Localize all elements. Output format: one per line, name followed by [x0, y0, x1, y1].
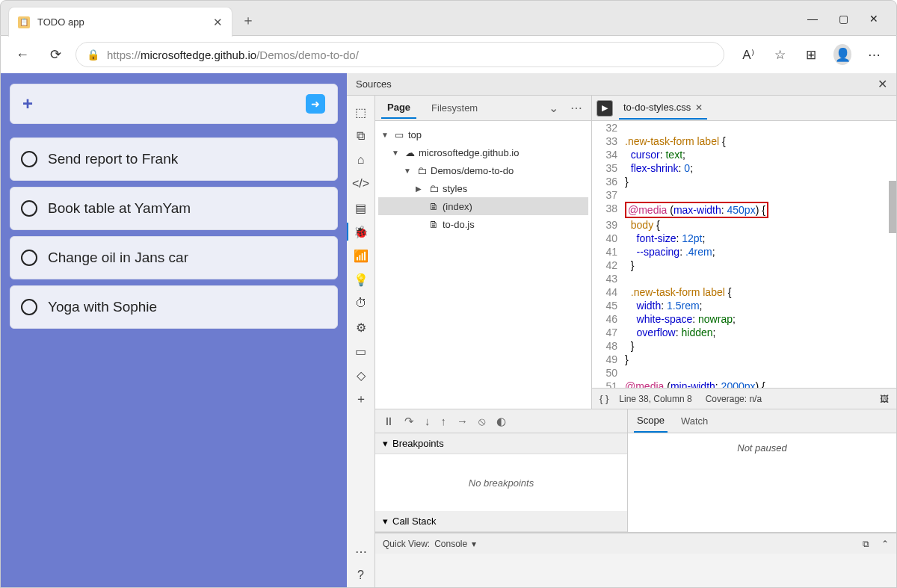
application-icon[interactable]: ⚙	[351, 315, 372, 339]
address-bar[interactable]: 🔒 https://microsoftedge.github.io/Demos/…	[75, 42, 724, 67]
pause-exceptions-icon[interactable]: ◐	[496, 415, 506, 428]
submit-task-button[interactable]: ➜	[306, 94, 325, 114]
step-over-icon[interactable]: ↷	[404, 415, 414, 428]
page-tab[interactable]: Page	[381, 97, 416, 119]
devtools-header: Sources ✕	[347, 73, 896, 96]
devtools-panel: Sources ✕ ⬚ ⧉ ⌂ </> ▤ 🐞 📶 💡 ⏱ ⚙ ▭ ◇ ＋ ⋯ …	[347, 73, 896, 587]
todo-app-pane: + ➜ Send report to FrankBook table at Ya…	[1, 73, 347, 587]
task-item[interactable]: Change oil in Jans car	[10, 236, 338, 279]
window-controls: — ▢ ✕	[807, 1, 890, 37]
task-checkbox[interactable]	[21, 200, 37, 217]
devtools-sidebar: ⬚ ⧉ ⌂ </> ▤ 🐞 📶 💡 ⏱ ⚙ ▭ ◇ ＋ ⋯ ?	[347, 96, 375, 587]
task-checkbox[interactable]	[21, 250, 37, 266]
new-tab-button[interactable]: ＋	[241, 11, 255, 29]
tab-title: TODO app	[37, 16, 213, 28]
file-icon: 🗎	[428, 201, 440, 212]
chevron-down-icon: ▾	[472, 539, 476, 549]
add-task-row[interactable]: + ➜	[10, 84, 338, 124]
chevron-up-icon[interactable]: ⌃	[881, 539, 889, 549]
scope-tab[interactable]: Scope	[634, 409, 668, 433]
step-icon[interactable]: →	[457, 415, 468, 427]
folder-icon: 🗀	[416, 165, 428, 176]
maximize-button[interactable]: ▢	[839, 13, 848, 25]
url-text: https://microsoftedge.github.io/Demos/de…	[107, 49, 359, 61]
task-label: Change oil in Jans car	[48, 250, 188, 266]
caret-down-icon: ▾	[383, 438, 388, 449]
sources-navigator: Page Filesystem ⌄ ⋯ ▼▭top ▼☁microsoftedg…	[375, 96, 592, 409]
code-area[interactable]: 3233.new-task-form label {34 cursor: tex…	[592, 121, 896, 388]
debugger-right-pane: Scope Watch Not paused	[628, 409, 896, 532]
devtools-tab-sources[interactable]: Sources	[347, 78, 401, 90]
refresh-button[interactable]: ⟳	[43, 42, 68, 67]
close-file-icon[interactable]: ✕	[695, 102, 703, 113]
browser-tab[interactable]: 📋 TODO app ✕	[8, 7, 232, 37]
pause-icon[interactable]: ⏸	[383, 415, 394, 427]
deactivate-breakpoints-icon[interactable]: ⦸	[478, 415, 486, 428]
task-label: Yoga with Sophie	[48, 299, 157, 315]
network-icon[interactable]: 📶	[351, 244, 372, 267]
watch-tab[interactable]: Watch	[678, 410, 711, 432]
editor-status-bar: { } Line 38, Column 8 Coverage: n/a 🖼	[592, 388, 896, 409]
menu-icon[interactable]: ⋯	[865, 47, 883, 63]
plus-icon: +	[22, 93, 33, 114]
editor-file-tab[interactable]: to-do-styles.css ✕	[619, 96, 707, 120]
task-label: Book table at YamYam	[48, 200, 191, 217]
favorite-icon[interactable]: ☆	[771, 47, 789, 63]
quick-view-bar[interactable]: Quick View: Console ▾ ⧉ ⌃	[375, 533, 896, 554]
file-icon: 🗎	[428, 219, 440, 230]
not-paused-message: Not paused	[628, 433, 896, 532]
task-item[interactable]: Book table at YamYam	[10, 187, 338, 230]
memory-icon[interactable]: 💡	[351, 267, 372, 291]
collections-icon[interactable]: ⊞	[802, 47, 820, 63]
debugger-left-pane: ⏸ ↷ ↓ ↑ → ⦸ ◐ ▾Breakpoints No breakpoint…	[375, 409, 628, 532]
file-tree[interactable]: ▼▭top ▼☁microsoftedge.github.io ▼🗀Demos/…	[375, 121, 591, 238]
task-item[interactable]: Send report to Frank	[10, 137, 338, 181]
devtools-close-icon[interactable]: ✕	[878, 77, 887, 91]
more-tools-icon[interactable]: ⋯	[351, 539, 372, 563]
cloud-icon: ☁	[404, 147, 416, 158]
debugger-toolbar: ⏸ ↷ ↓ ↑ → ⦸ ◐	[375, 409, 627, 433]
frame-icon: ▭	[393, 129, 405, 140]
scrollbar-thumb[interactable]	[889, 181, 896, 233]
window-titlebar: 📋 TODO app ✕ ＋ — ▢ ✕	[0, 0, 897, 36]
sources-icon[interactable]: 🐞	[351, 220, 372, 244]
coverage-status: Coverage: n/a	[706, 394, 762, 404]
step-out-icon[interactable]: ↑	[441, 415, 447, 427]
toggle-navigator-icon[interactable]: ▶	[597, 100, 613, 117]
welcome-icon[interactable]: ⌂	[351, 148, 372, 172]
navigator-more-icon[interactable]: ⋯	[567, 101, 585, 115]
inspect-icon[interactable]: ⬚	[351, 100, 372, 124]
task-label: Send report to Frank	[48, 151, 178, 167]
source-map-icon[interactable]: 🖼	[880, 394, 889, 404]
filesystem-tab[interactable]: Filesystem	[425, 98, 484, 118]
chevron-down-icon[interactable]: ⌄	[549, 101, 558, 115]
task-checkbox[interactable]	[21, 151, 37, 167]
cursor-position: Line 38, Column 8	[619, 394, 691, 404]
help-icon[interactable]: ?	[351, 563, 372, 587]
caret-down-icon: ▾	[383, 516, 388, 527]
security-icon[interactable]: ▭	[351, 339, 372, 363]
callstack-header[interactable]: ▾Call Stack	[375, 511, 627, 532]
step-into-icon[interactable]: ↓	[425, 415, 431, 427]
task-item[interactable]: Yoga with Sophie	[10, 285, 338, 329]
lighthouse-icon[interactable]: ◇	[351, 363, 372, 387]
minimize-button[interactable]: —	[807, 13, 818, 25]
breakpoints-header[interactable]: ▾Breakpoints	[375, 433, 627, 454]
read-aloud-icon[interactable]: A⁾	[739, 47, 757, 63]
elements-icon[interactable]: </>	[351, 172, 372, 196]
console-icon[interactable]: ▤	[351, 196, 372, 220]
profile-avatar[interactable]: 👤	[833, 44, 851, 65]
back-button[interactable]: ←	[10, 42, 35, 67]
dock-side-icon[interactable]: ⧉	[863, 539, 869, 549]
lock-icon: 🔒	[87, 49, 99, 61]
task-checkbox[interactable]	[21, 299, 37, 315]
device-mode-icon[interactable]: ⧉	[351, 124, 372, 148]
code-editor: ▶ to-do-styles.css ✕ 3233.new-task-form …	[592, 96, 896, 409]
close-tab-icon[interactable]: ✕	[213, 16, 223, 29]
close-window-button[interactable]: ✕	[869, 13, 878, 25]
browser-toolbar: ← ⟳ 🔒 https://microsoftedge.github.io/De…	[0, 36, 897, 73]
performance-icon[interactable]: ⏱	[351, 291, 372, 315]
page-favicon: 📋	[18, 16, 30, 28]
pretty-print-icon[interactable]: { }	[599, 393, 608, 404]
add-panel-icon[interactable]: ＋	[351, 387, 372, 411]
